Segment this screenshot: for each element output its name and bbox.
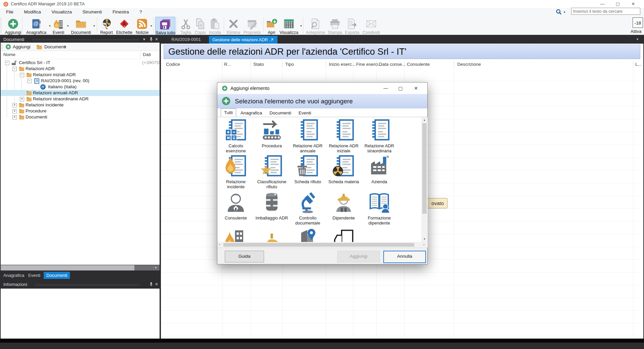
info-close-icon[interactable]: ✕ bbox=[155, 282, 158, 287]
scroll-up-icon[interactable]: ▴ bbox=[421, 118, 428, 121]
toolbar-visualizza-button[interactable]: Visualizza bbox=[278, 17, 300, 35]
dialog-tab-eventi[interactable]: Eventi bbox=[296, 109, 314, 117]
search-caret-icon[interactable]: ▾ bbox=[564, 10, 565, 14]
toolbar-anagrafica-button[interactable]: Anagrafica bbox=[24, 17, 48, 35]
pin-icon[interactable] bbox=[149, 282, 153, 287]
doc-tab-active[interactable]: Gestione delle relazioni ADR ... ✕ bbox=[209, 36, 277, 44]
annulla-button[interactable]: Annulla bbox=[383, 251, 426, 263]
expander-icon[interactable]: + bbox=[12, 103, 17, 107]
search-icon[interactable] bbox=[556, 9, 562, 15]
tab-documenti-active[interactable]: Documenti bbox=[44, 272, 70, 279]
dialog-item-partial-veicolo[interactable] bbox=[326, 228, 361, 242]
expander-icon[interactable]: − bbox=[12, 67, 17, 71]
column-r[interactable]: R... bbox=[224, 62, 231, 67]
tab-anagrafica[interactable]: Anagrafica bbox=[3, 273, 24, 278]
tree-item-root[interactable]: − Certifico Srl - IT (+3907559 bbox=[1, 60, 160, 66]
column-l[interactable]: L... bbox=[635, 62, 642, 67]
dialog-item-partial-sede[interactable] bbox=[290, 228, 325, 242]
menu-finestra[interactable]: Finestra bbox=[108, 8, 134, 16]
dialog-minimize-button[interactable]: — bbox=[380, 83, 391, 94]
toolbar-apri-button[interactable]: Apri bbox=[265, 17, 277, 35]
column-tipo[interactable]: Tipo bbox=[285, 62, 294, 67]
dialog-item-dipendente[interactable]: Dipendente bbox=[326, 191, 361, 220]
visualizza-caret-icon[interactable]: ▾ bbox=[300, 24, 302, 28]
column-data-consegna[interactable]: Data conse... bbox=[379, 62, 406, 67]
expander-icon[interactable]: − bbox=[27, 79, 32, 83]
toolbar-eventi-button[interactable]: Eventi bbox=[50, 17, 67, 35]
dialog-item-controllo-documentale[interactable]: Controllo documentale bbox=[290, 191, 325, 226]
expander-icon[interactable]: − bbox=[20, 73, 24, 77]
guida-button[interactable]: Guida bbox=[225, 251, 264, 262]
sidebar-panel-caret-icon[interactable]: ▾ bbox=[143, 37, 145, 42]
tab-eventi[interactable]: Eventi bbox=[28, 273, 40, 278]
tree-item[interactable]: − Relazioni ADR bbox=[1, 66, 160, 72]
dialog-item-formazione-dipendente[interactable]: Formazione dipendente bbox=[362, 191, 397, 226]
dialog-item-scheda-materia[interactable]: Scheda materia bbox=[326, 155, 361, 184]
scrollbar-thumb[interactable] bbox=[223, 243, 414, 247]
scroll-left-icon[interactable]: ‹ bbox=[219, 242, 220, 246]
license-days-badge[interactable]: -18 bbox=[633, 17, 643, 28]
tree-item[interactable]: − RAI/2019-0001 (rev. 00) bbox=[1, 78, 160, 84]
dialog-item-relazione-adr-annuale[interactable]: Relazione ADR annuale bbox=[290, 119, 325, 153]
dialog-titlebar[interactable]: Aggiungi elemento — ▢ ✕ bbox=[217, 83, 427, 94]
menu-help[interactable]: ? bbox=[135, 8, 147, 16]
license-activate-label[interactable]: Attiva bbox=[631, 29, 642, 34]
dialog-item-imballaggio-adr[interactable]: Imballaggio ADR bbox=[254, 191, 289, 220]
sidebar-filter-caret-icon[interactable]: ▾ bbox=[65, 45, 66, 49]
dialog-hscrollbar[interactable]: ‹ › bbox=[217, 242, 428, 248]
eventi-caret-icon[interactable]: ▾ bbox=[67, 24, 69, 28]
close-button[interactable]: ✕ bbox=[626, 0, 641, 8]
toolbar-documenti-button[interactable]: Documenti bbox=[69, 17, 93, 35]
expander-icon[interactable]: + bbox=[20, 97, 24, 101]
menu-visualizza[interactable]: Visualizza bbox=[47, 8, 77, 16]
column-fine[interactable]: Fine eserci... bbox=[356, 62, 382, 67]
scroll-down-icon[interactable]: ▾ bbox=[421, 237, 428, 241]
minimize-button[interactable]: — bbox=[595, 0, 610, 8]
documenti-caret-icon[interactable]: ▾ bbox=[93, 24, 95, 28]
toolbar-notizie-button[interactable]: Notizie bbox=[134, 17, 150, 35]
toolbar-aggiungi-button[interactable]: Aggiungi bbox=[3, 17, 23, 35]
search-input[interactable] bbox=[571, 8, 640, 15]
menu-strumenti[interactable]: Strumenti bbox=[78, 8, 106, 16]
menu-file[interactable]: File bbox=[1, 8, 18, 16]
column-consulente[interactable]: Consulente bbox=[407, 62, 430, 67]
scrollbar-thumb[interactable] bbox=[1, 265, 134, 270]
tree-item-selected[interactable]: Relazioni annuali ADR bbox=[1, 90, 160, 96]
scroll-right-icon[interactable]: › bbox=[423, 242, 425, 246]
doc-tab-rai[interactable]: RAI/2019-0001 bbox=[165, 37, 208, 42]
tree-item[interactable]: + Documenti bbox=[1, 114, 160, 120]
sidebar-col-dati[interactable]: Dati bbox=[143, 52, 151, 57]
dialog-item-procedura[interactable]: Procedura bbox=[254, 119, 289, 148]
column-stato[interactable]: Stato bbox=[253, 62, 264, 67]
dialog-tab-anagrafica[interactable]: Anagrafica bbox=[238, 109, 265, 117]
dialog-item-consulente[interactable]: Consulente bbox=[218, 191, 253, 220]
dialog-close-button[interactable]: ✕ bbox=[410, 83, 422, 94]
expander-icon[interactable]: + bbox=[12, 115, 17, 119]
column-codice[interactable]: Codice bbox=[166, 62, 180, 67]
scrollbar-thumb[interactable] bbox=[422, 123, 427, 214]
pin-icon[interactable] bbox=[149, 37, 153, 42]
column-inizio[interactable]: Inizio eserc... bbox=[329, 62, 356, 67]
dialog-tab-tutti[interactable]: Tutti bbox=[221, 108, 236, 117]
sidebar-filter-button[interactable]: Documenti bbox=[44, 44, 66, 49]
expander-icon[interactable]: + bbox=[12, 109, 17, 113]
dialog-item-partial-incendio[interactable] bbox=[218, 228, 253, 242]
dialog-tab-documenti[interactable]: Documenti bbox=[266, 109, 294, 117]
tab-overflow-caret-icon[interactable]: ▾ bbox=[637, 37, 638, 41]
dialog-item-azienda[interactable]: Azienda bbox=[362, 155, 397, 184]
tree-item[interactable]: + Procedure bbox=[1, 108, 160, 114]
dialog-maximize-button[interactable]: ▢ bbox=[395, 83, 406, 94]
scroll-right-icon[interactable]: ▸ bbox=[155, 265, 157, 269]
maximize-button[interactable]: ▢ bbox=[610, 0, 626, 8]
dialog-item-calcolo-esenzione[interactable]: Calcolo esenzione bbox=[218, 119, 253, 153]
menu-modifica[interactable]: Modifica bbox=[19, 8, 45, 16]
dialog-item-relazione-adr-iniziale[interactable]: Relazione ADR iniziale bbox=[326, 119, 361, 153]
dialog-item-partial-casco[interactable] bbox=[254, 228, 289, 242]
tree-item[interactable]: + Relazioni incidente bbox=[1, 102, 160, 108]
dialog-item-classificazione-rifiuto[interactable]: Classificazione rifiuto bbox=[254, 155, 289, 189]
notizie-caret-icon[interactable]: ▾ bbox=[151, 24, 152, 28]
toolbar-report-button[interactable]: Report bbox=[99, 17, 114, 35]
dialog-item-relazione-adr-straordinaria[interactable]: Relazione ADR straordinaria bbox=[362, 119, 397, 153]
dialog-item-scheda-rifiuto[interactable]: Scheda rifiuto bbox=[290, 155, 325, 184]
toolbar-salva-tutto-button[interactable]: Salva tutto bbox=[155, 17, 175, 35]
